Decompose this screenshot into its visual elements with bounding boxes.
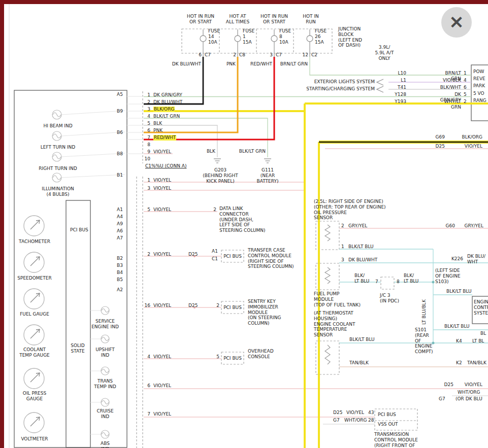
- pci-bus-label: PCI BUS: [378, 412, 396, 418]
- pci-bus-label: PCI BUS: [223, 254, 242, 259]
- fuel-pump-name: FUEL PUMP MODULE (TOP OF FUEL TANK): [314, 291, 361, 307]
- fuse-8-icon: [271, 36, 277, 42]
- pin-number: 1: [341, 244, 344, 250]
- cluster-pin: A4: [117, 214, 123, 220]
- wire-label: GRY/YEL: [348, 223, 367, 229]
- fuse-connector: C2: [311, 52, 317, 58]
- wire-label: PNK: [226, 61, 236, 67]
- conn-b-pin-number: 7: [147, 411, 150, 417]
- indicator-label-hi-beam: HI BEAM IND: [43, 123, 72, 129]
- vertical-wire-label: LT BLU/BLK: [421, 299, 427, 325]
- close-button[interactable]: ✕: [441, 7, 472, 38]
- wire-label: WHT/ORG: [344, 418, 367, 423]
- gauge-label-fuel: FUEL GAUGE: [20, 312, 49, 317]
- fuse-14-icon: [200, 36, 206, 42]
- gauge-label-speedometer: SPEEDOMETER: [17, 275, 51, 281]
- skim-pin-number: 2: [216, 303, 219, 308]
- wire-code: Y193: [395, 99, 406, 105]
- fuse-connector: C8: [239, 52, 245, 58]
- wire-code: K226: [451, 256, 463, 262]
- wire-label: BLK/LT BLU: [446, 289, 472, 294]
- wire-red-wht: [144, 57, 274, 140]
- wire-label: DK BLU/WHT: [172, 61, 201, 67]
- cluster-pin: B9: [117, 109, 123, 114]
- conn-b-pin-number: 16: [145, 303, 150, 308]
- fuse-connector: C7: [205, 52, 211, 58]
- fuse-connector: C7: [276, 52, 282, 58]
- conn-a-pin-number: 1: [147, 92, 150, 98]
- fuel-pump-resistor-icon: [325, 267, 330, 284]
- fuse-26-icon: [307, 36, 313, 42]
- pin-number: 5: [464, 92, 467, 97]
- pin-number: 2: [341, 223, 344, 229]
- top-border-bar: [0, 0, 488, 4]
- wire-label: VIO/BLK: [443, 78, 461, 83]
- splice-code: D25: [333, 410, 342, 416]
- gauge-label-voltmeter: VOLTMETER: [21, 436, 48, 442]
- right-module-text: POW REVE PARK 5 VO RANG: [473, 68, 486, 104]
- fuse-14-label: FUSE 14 10A: [208, 28, 220, 45]
- conn-a-pin-wire: PNK: [153, 128, 162, 133]
- wire-label: BRN/LT GRN: [280, 61, 308, 67]
- wire-label: DK BLU/WHT: [348, 257, 377, 263]
- conn-a-pin-wire-highlighted: BLK/ORG: [153, 107, 175, 112]
- conn-a-pin-number: 3: [147, 107, 150, 112]
- wire-label-fragment: BL: [480, 331, 486, 336]
- dashed-outlines: [137, 29, 417, 448]
- wire-label: LT BL: [472, 338, 484, 344]
- wire-label: VIO/YEL: [346, 410, 364, 416]
- pci-bus-label: PCI BUS: [223, 305, 242, 311]
- wire-label: BLK/LT BLU: [348, 244, 374, 250]
- fuse-8-label: FUSE 8 10A: [279, 28, 291, 45]
- wire-label: GRY/YEL: [465, 223, 483, 229]
- tcm-name: TRANSMISSION CONTROL MODULE (RIGHT FRONT…: [374, 432, 418, 448]
- arrow-left-icon: [377, 79, 383, 85]
- pin-number: 7: [375, 279, 378, 285]
- fuse-1-label: FUSE 1 15A: [243, 28, 254, 45]
- gauge-label-coolant: COOLANT TEMP GAUGE: [19, 347, 50, 358]
- pin-number: 3: [341, 257, 344, 263]
- fuse-26-label: FUSE 26 15A: [315, 28, 327, 45]
- conn-b-pin-wire: VIO/YEL: [153, 252, 171, 257]
- ground-g111-label: G111 (NEAR BATTERY): [257, 167, 279, 184]
- conn-b-pin-wire: VIO/YEL: [153, 186, 171, 191]
- gauge-label-oil-press: OIL PRESS GAUGE: [23, 391, 46, 402]
- pci-bus-label: PCI BUS: [70, 227, 88, 233]
- conn-b-pin-number: 1: [147, 178, 150, 183]
- conn-b-pin-number: 5: [147, 207, 150, 213]
- pin-number: 8: [397, 279, 400, 285]
- wire-code: G69: [436, 134, 445, 140]
- conn-b-pin-wire: VIO/YEL: [153, 178, 171, 183]
- indicator-label-illumination: ILLUMINATION (4 BULBS): [42, 186, 74, 197]
- gauge-label-tachometer: TACHOMETER: [19, 239, 50, 245]
- cluster-pin: A9: [117, 221, 123, 227]
- fuse-1-icon: [235, 36, 241, 42]
- cluster-pin: A5: [117, 92, 123, 97]
- conn-b-pin-wire: VIO/YEL: [153, 207, 171, 213]
- cluster-pin: B5: [117, 277, 123, 283]
- wire-label: (OR DK BLU: [456, 396, 482, 402]
- fuse-pin: 2: [233, 52, 236, 58]
- ect-resistor-icon: [325, 345, 330, 364]
- pin-number: 4: [464, 78, 467, 83]
- cluster-pin: B1: [117, 173, 123, 178]
- wire-label: BLK/ORG: [462, 134, 482, 140]
- wire-code: Y128: [395, 92, 406, 97]
- wire-code: G7: [439, 396, 445, 402]
- splice-s103-label: (LEFT SIDE OF ENGINE S103): [435, 268, 461, 284]
- splice-code: D25: [188, 303, 198, 308]
- wire-label: WHT/ORG: [458, 390, 480, 395]
- engine-note: 3.9L/ 5.9L A/T ONLY: [375, 45, 394, 61]
- cluster-pin: A2: [117, 287, 123, 293]
- splice-s101-label: S101 (REAR OF ENGINE COMPT): [415, 327, 433, 355]
- conn-b-pin-wire: VIO/YEL: [153, 354, 171, 360]
- conn-a-pin-wire: DK BLU/WHT: [153, 99, 182, 105]
- conn-a-label: C1%%U (CONN A): [145, 163, 186, 169]
- indicator-label-upshift: UPSHIFT IND: [95, 347, 115, 358]
- wire-code: D25: [444, 382, 453, 388]
- dlc-name: DATA LINK CONNECTOR (UNDER DASH, LEFT SI…: [219, 206, 266, 233]
- ect-sensor-name: (AT THERMOSTAT HOUSING) ENGINE COOLANT T…: [314, 311, 355, 338]
- wire-code: K4: [456, 338, 462, 344]
- indicator-label-trans-temp: TRANS TEMP IND: [94, 378, 116, 390]
- dlc-pin-number: 2: [213, 207, 216, 213]
